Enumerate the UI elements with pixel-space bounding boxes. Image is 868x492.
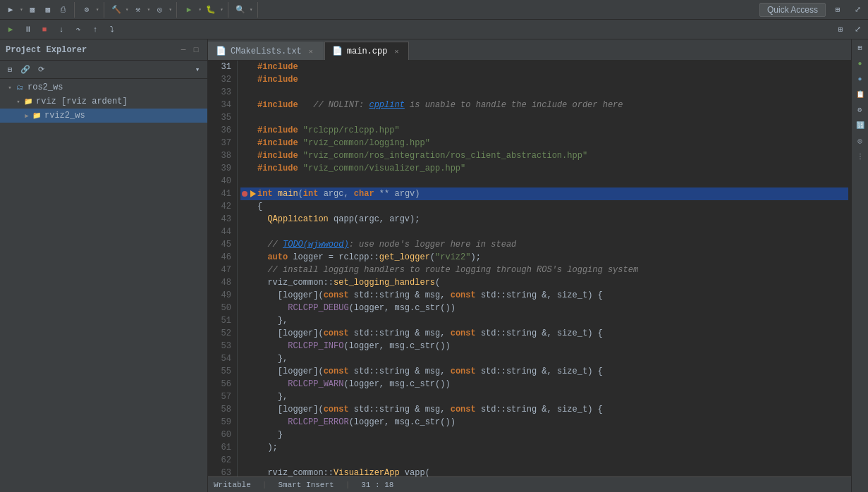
save-all-btn[interactable]: ▩ [40, 2, 56, 18]
maximize-btn[interactable]: ⤢ [850, 2, 865, 18]
tab-maincpp[interactable]: 📄 main.cpp ✕ [324, 42, 410, 60]
project-icon: 📁 [23, 96, 34, 107]
quick-access-button[interactable]: Quick Access [759, 3, 826, 17]
drop-to-frame-btn[interactable]: ⤵ [104, 22, 120, 37]
save-btn[interactable]: ▩ [25, 2, 40, 18]
code-line-33[interactable] [240, 86, 848, 99]
code-line-45[interactable]: // TODO(wjwwood): use node's logger here… [240, 238, 848, 251]
tree-item-rviz[interactable]: ▾ 📁 rviz [rviz ardent] [0, 94, 207, 109]
minimize-panel-btn[interactable]: ─ [178, 44, 189, 56]
project-tree[interactable]: ▾ 🗂 ros2_ws ▾ 📁 rviz [rviz ardent] ▶ 📁 r… [0, 79, 207, 492]
code-line-46[interactable]: auto logger = rclcpp::get_logger("rviz2"… [240, 251, 848, 264]
expander-ros2ws[interactable]: ▾ [6, 83, 14, 92]
debug-dropdown[interactable]: ▾ [219, 2, 225, 18]
new-btn[interactable]: ▶ [3, 2, 18, 18]
sync-btn[interactable]: ⟳ [34, 63, 48, 77]
code-line-53[interactable]: RCLCPP_INFO(logger, msg.c_str()) [240, 340, 848, 352]
code-line-41[interactable]: int main(int argc, char ** argv) [240, 187, 848, 200]
code-line-31[interactable]: #include [240, 61, 848, 73]
code-line-32[interactable]: #include [240, 73, 848, 86]
step-return-btn[interactable]: ↑ [87, 22, 103, 37]
right-btn-5[interactable]: ⚙ [853, 103, 867, 117]
code-line-36[interactable]: #include "rclcpp/rclcpp.hpp" [240, 124, 848, 137]
code-text-39: #include "rviz_common/visualizer_app.hpp… [257, 162, 465, 175]
code-line-61[interactable]: ); [240, 441, 848, 454]
tree-item-ros2ws[interactable]: ▾ 🗂 ros2_ws [0, 80, 207, 94]
code-line-42[interactable]: { [240, 200, 848, 213]
run-btn[interactable]: ▶ [181, 2, 197, 18]
link-editor-btn[interactable]: 🔗 [18, 63, 32, 77]
code-line-35[interactable] [240, 111, 848, 124]
code-line-38[interactable]: #include "rviz_common/ros_integration/ro… [240, 149, 848, 162]
code-line-50[interactable]: RCLCPP_DEBUG(logger, msg.c_str()) [240, 302, 848, 314]
code-text-53: RCLCPP_INFO(logger, msg.c_str()) [257, 340, 451, 352]
code-line-52[interactable]: [logger](const std::string & msg, const … [240, 327, 848, 340]
new-dropdown[interactable]: ▾ [18, 2, 25, 18]
code-line-55[interactable]: [logger](const std::string & msg, const … [240, 365, 848, 378]
right-btn-8[interactable]: ⋮ [853, 149, 867, 164]
code-line-34[interactable]: #include // NOLINT: cpplint is unable to… [240, 99, 848, 111]
code-line-54[interactable]: }, [240, 352, 848, 365]
collapse-all-btn[interactable]: ⊟ [3, 63, 17, 77]
code-line-51[interactable]: }, [240, 314, 848, 327]
build2-btn[interactable]: ⚒ [130, 2, 145, 18]
step-into-btn[interactable]: ↓ [54, 22, 69, 37]
line-number-49: 49 [211, 289, 231, 302]
right-btn-3[interactable]: ● [853, 72, 867, 86]
target-dropdown[interactable]: ▾ [167, 2, 173, 18]
code-line-39[interactable]: #include "rviz_common/visualizer_app.hpp… [240, 162, 848, 175]
perspective-btn[interactable]: ⊞ [830, 2, 845, 18]
tab-maincpp-close[interactable]: ✕ [391, 47, 401, 56]
code-line-60[interactable]: } [240, 429, 848, 441]
expander-rviz[interactable]: ▾ [14, 97, 23, 106]
build-btn[interactable]: 🔨 [109, 2, 124, 18]
panel-menu-btn[interactable]: ▾ [190, 63, 204, 77]
right-btn-6[interactable]: 🔢 [853, 118, 867, 133]
code-line-47[interactable]: // install logging handlers to route log… [240, 264, 848, 276]
search-btn[interactable]: 🔍 [233, 2, 248, 18]
suspend-btn[interactable]: ⏸ [20, 22, 35, 37]
target-btn[interactable]: ◎ [152, 2, 167, 18]
code-line-48[interactable]: rviz_common::set_logging_handlers( [240, 276, 848, 289]
step-over-btn[interactable]: ↷ [71, 22, 86, 37]
print-btn[interactable]: ⎙ [56, 2, 71, 18]
code-line-40[interactable] [240, 175, 848, 187]
right-btn-2[interactable]: ● [853, 56, 867, 70]
right-btn-7[interactable]: ◎ [853, 134, 867, 148]
status-cursor-pos: 31 : 18 [361, 481, 393, 489]
tab-cmakelists-close[interactable]: ✕ [306, 47, 316, 56]
search-dropdown[interactable]: ▾ [248, 2, 255, 18]
maximize-panel-btn[interactable]: □ [190, 44, 202, 56]
code-line-63[interactable]: rviz_common::VisualizerApp vapp( [240, 467, 848, 476]
code-line-44[interactable] [240, 226, 848, 238]
maximize2-btn[interactable]: ⤢ [850, 22, 865, 37]
line-number-34: 34 [211, 99, 231, 111]
open-perspective-btn[interactable]: ⊞ [833, 22, 848, 37]
code-line-49[interactable]: [logger](const std::string & msg, const … [240, 289, 848, 302]
code-line-62[interactable] [240, 454, 848, 467]
settings-btn[interactable]: ⚙ [79, 2, 94, 18]
tab-cmakelists[interactable]: 📄 CMakeLists.txt ✕ [208, 42, 324, 60]
expander-rviz2ws[interactable]: ▶ [23, 111, 31, 120]
run2-btn[interactable]: ▶ [3, 22, 18, 37]
right-btn-4[interactable]: 📋 [853, 87, 867, 102]
build-dropdown[interactable]: ▾ [124, 2, 130, 18]
code-line-58[interactable]: [logger](const std::string & msg, const … [240, 403, 848, 416]
right-btn-1[interactable]: ⊞ [853, 41, 867, 55]
debug-btn[interactable]: 🐛 [203, 2, 219, 18]
settings-dropdown[interactable]: ▾ [94, 2, 101, 18]
code-line-37[interactable]: #include "rviz_common/logging.hpp" [240, 137, 848, 149]
code-line-57[interactable]: }, [240, 390, 848, 403]
code-line-43[interactable]: QApplication qapp(argc, argv); [240, 213, 848, 226]
code-line-56[interactable]: RCLCPP_WARN(logger, msg.c_str()) [240, 378, 848, 390]
code-content[interactable]: #include #include #include // NOLINT: cp… [238, 61, 851, 476]
code-line-59[interactable]: RCLCPP_ERROR(logger, msg.c_str()) [240, 416, 848, 429]
run-dropdown[interactable]: ▾ [197, 2, 203, 18]
code-text-50: RCLCPP_DEBUG(logger, msg.c_str()) [257, 302, 456, 314]
code-editor[interactable]: 3132333435363738394041424344454647484950… [208, 61, 851, 476]
build2-dropdown[interactable]: ▾ [145, 2, 152, 18]
line-number-33: 33 [211, 86, 231, 99]
line-number-46: 46 [211, 251, 231, 264]
stop-btn[interactable]: ■ [37, 22, 52, 37]
tree-item-rviz2ws[interactable]: ▶ 📁 rviz2_ws [0, 109, 207, 123]
